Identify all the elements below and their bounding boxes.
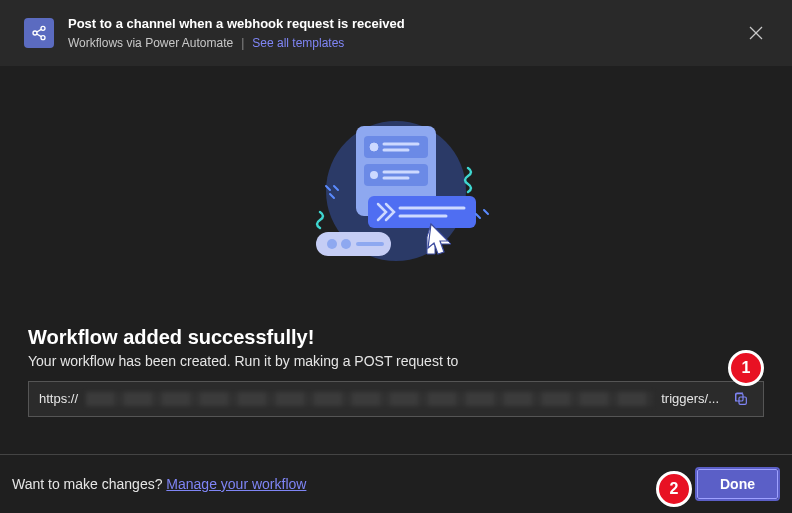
svg-point-22: [341, 239, 351, 249]
url-suffix: triggers/...: [661, 391, 719, 406]
close-button[interactable]: [744, 21, 768, 45]
subtitle-app: Workflows via Power Automate: [68, 36, 233, 50]
svg-point-14: [370, 171, 378, 179]
copy-url-button[interactable]: [727, 385, 755, 413]
content-area: Workflow added successfully! Your workfl…: [0, 326, 792, 417]
svg-point-0: [41, 26, 45, 30]
svg-point-10: [370, 143, 378, 151]
dialog-header: Post to a channel when a webhook request…: [0, 0, 792, 66]
svg-line-4: [37, 34, 42, 37]
callout-2: 2: [656, 471, 692, 507]
workflow-share-icon: [24, 18, 54, 48]
separator: |: [241, 36, 244, 50]
svg-point-21: [327, 239, 337, 249]
svg-point-1: [33, 31, 37, 35]
dialog-title: Post to a channel when a webhook request…: [68, 16, 730, 32]
url-redacted: [86, 392, 653, 406]
done-button[interactable]: Done: [697, 469, 778, 499]
see-all-templates-link[interactable]: See all templates: [252, 36, 344, 50]
callout-1: 1: [728, 350, 764, 386]
success-title: Workflow added successfully!: [28, 326, 764, 349]
manage-workflow-link[interactable]: Manage your workflow: [166, 476, 306, 492]
footer-prompt: Want to make changes? Manage your workfl…: [12, 476, 306, 492]
dialog-subtitle: Workflows via Power Automate | See all t…: [68, 36, 730, 50]
url-prefix: https://: [39, 391, 78, 406]
svg-line-3: [37, 29, 42, 32]
webhook-url-box: https:// triggers/...: [28, 381, 764, 417]
success-subtitle: Your workflow has been created. Run it b…: [28, 353, 764, 369]
header-text-block: Post to a channel when a webhook request…: [68, 16, 730, 50]
hero-illustration: [0, 66, 792, 286]
svg-point-2: [41, 35, 45, 39]
footer-prompt-text: Want to make changes?: [12, 476, 166, 492]
svg-rect-17: [368, 196, 476, 228]
